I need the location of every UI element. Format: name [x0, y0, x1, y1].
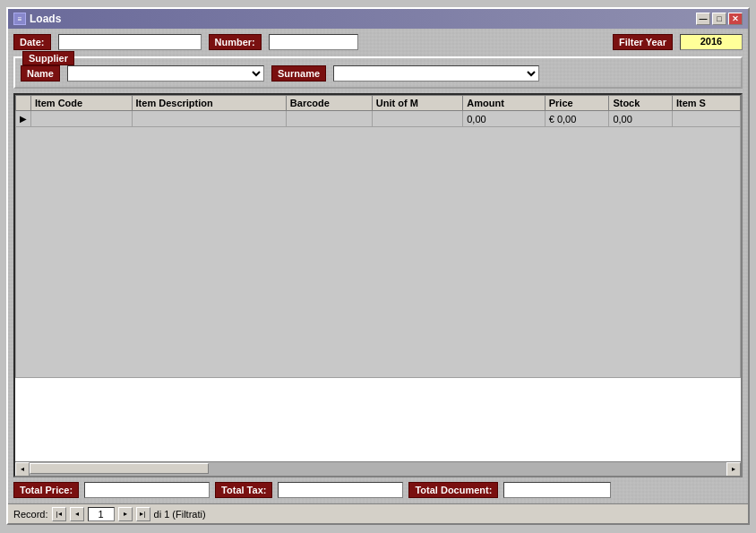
cell-item-s[interactable]	[672, 111, 740, 127]
supplier-section-label: Supplier	[22, 51, 74, 65]
row-arrow: ▶	[16, 111, 31, 127]
name-select[interactable]	[67, 65, 264, 82]
total-document-input[interactable]	[503, 482, 611, 498]
main-window: ≡ Loads — □ ✕ Date: Number: Filter Year …	[6, 7, 750, 525]
totals-row: Total Price: Total Tax: Total Document:	[13, 482, 743, 498]
name-dropdown-wrapper[interactable]	[67, 65, 264, 82]
supplier-row: Name Surname	[21, 65, 735, 82]
col-price: Price	[545, 96, 609, 111]
table-empty-row	[16, 127, 741, 378]
number-input[interactable]	[269, 34, 358, 50]
total-tax-label: Total Tax:	[215, 482, 272, 498]
scroll-left-button[interactable]: ◂	[15, 462, 30, 477]
col-amount: Amount	[463, 96, 545, 111]
filter-year-value: 2016	[680, 34, 743, 50]
col-unit-of-m: Unit of M	[372, 96, 462, 111]
cell-item-description[interactable]	[132, 111, 286, 127]
nav-next-button[interactable]: ▸	[118, 507, 133, 521]
nav-prev-button[interactable]: ◂	[70, 507, 84, 521]
total-price-input[interactable]	[84, 482, 210, 498]
scroll-thumb[interactable]	[30, 463, 209, 474]
cell-stock[interactable]: 0,00	[609, 111, 673, 127]
total-tax-input[interactable]	[278, 482, 403, 498]
surname-label: Surname	[271, 65, 326, 82]
items-table: Item Code Item Description Barcode Unit …	[15, 95, 741, 378]
content-area: Date: Number: Filter Year 2016 Supplier …	[8, 29, 748, 503]
cell-price[interactable]: € 0,00	[545, 111, 609, 127]
horizontal-scrollbar[interactable]: ◂ ▸	[15, 461, 741, 476]
supplier-section: Supplier Name Surname	[13, 56, 743, 89]
cell-unit-of-m[interactable]	[372, 111, 462, 127]
title-bar-left: ≡ Loads	[13, 13, 61, 25]
scroll-right-button[interactable]: ▸	[726, 462, 741, 477]
col-stock: Stock	[609, 96, 673, 111]
total-document-label: Total Document:	[408, 482, 498, 498]
table-container: Item Code Item Description Barcode Unit …	[13, 93, 743, 477]
col-item-code: Item Code	[31, 96, 133, 111]
empty-area	[16, 127, 741, 378]
date-input[interactable]	[58, 34, 202, 50]
cell-item-code[interactable]	[31, 111, 133, 127]
record-number-input[interactable]: 1	[88, 507, 115, 521]
surname-dropdown-wrapper[interactable]	[333, 65, 539, 82]
table-scroll-area[interactable]: Item Code Item Description Barcode Unit …	[15, 95, 741, 461]
table-row: ▶ 0,00 € 0,00 0,00	[16, 111, 741, 127]
date-label: Date:	[13, 34, 51, 50]
number-label: Number:	[209, 34, 262, 50]
maximize-button[interactable]: □	[712, 13, 726, 25]
title-bar: ≡ Loads — □ ✕	[8, 9, 748, 29]
filter-status: di 1 (Filtrati)	[154, 509, 206, 520]
name-label: Name	[21, 65, 60, 82]
filter-year-label: Filter Year	[613, 34, 673, 50]
scroll-track[interactable]	[30, 462, 726, 476]
window-title: Loads	[30, 13, 61, 25]
top-row: Date: Number: Filter Year 2016	[13, 34, 743, 50]
total-price-label: Total Price:	[13, 482, 79, 498]
record-label: Record:	[13, 509, 48, 520]
table-header-row: Item Code Item Description Barcode Unit …	[16, 96, 741, 111]
cell-amount[interactable]: 0,00	[463, 111, 545, 127]
col-barcode: Barcode	[286, 96, 372, 111]
window-icon: ≡	[13, 13, 26, 25]
col-indicator	[16, 96, 31, 111]
col-item-s: Item S	[672, 96, 740, 111]
col-item-description: Item Description	[132, 96, 286, 111]
minimize-button[interactable]: —	[696, 13, 710, 25]
nav-first-button[interactable]: |◂	[52, 507, 66, 521]
surname-select[interactable]	[333, 65, 539, 82]
cell-barcode[interactable]	[286, 111, 372, 127]
close-button[interactable]: ✕	[728, 13, 743, 25]
title-buttons: — □ ✕	[696, 13, 743, 25]
nav-last-button[interactable]: ▸|	[136, 507, 150, 521]
status-bar: Record: |◂ ◂ 1 ▸ ▸| di 1 (Filtrati)	[8, 503, 748, 523]
